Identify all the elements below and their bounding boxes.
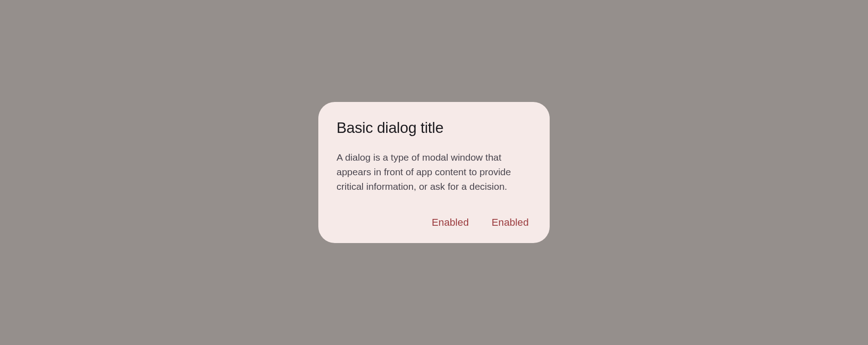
dialog-primary-button[interactable]: Enabled [492, 217, 529, 228]
dialog-secondary-button[interactable]: Enabled [432, 217, 469, 228]
dialog-title: Basic dialog title [337, 119, 531, 137]
dialog: Basic dialog title A dialog is a type of… [318, 102, 550, 243]
dialog-body-text: A dialog is a type of modal window that … [337, 150, 531, 194]
dialog-actions: Enabled Enabled [337, 217, 531, 228]
